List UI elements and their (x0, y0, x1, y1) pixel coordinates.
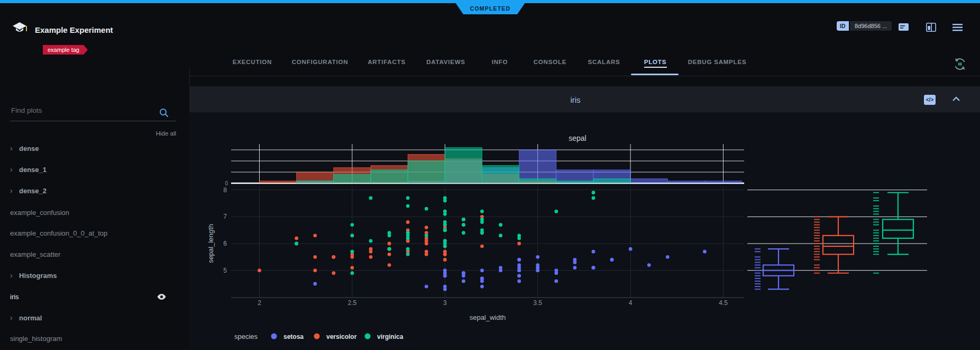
svg-text:3: 3 (443, 299, 447, 307)
svg-text:virginica: virginica (377, 333, 404, 340)
svg-text:5: 5 (223, 267, 227, 274)
svg-text:0: 0 (225, 181, 228, 186)
svg-text:sepal: sepal (569, 134, 586, 142)
iris-sepal-figure[interactable]: 22.533.544.556780sepalsepal_widthsepal_l… (0, 0, 980, 350)
svg-text:3.5: 3.5 (533, 299, 542, 307)
svg-text:2.5: 2.5 (348, 299, 357, 307)
svg-text:4.5: 4.5 (719, 299, 728, 307)
svg-text:6: 6 (223, 240, 227, 247)
svg-text:8: 8 (223, 186, 227, 194)
experiment-page: COMPLETED Example Experiment example tag… (0, 0, 980, 350)
svg-text:sepal_length: sepal_length (207, 224, 215, 263)
svg-text:sepal_width: sepal_width (470, 313, 506, 321)
svg-text:versicolor: versicolor (326, 333, 357, 340)
svg-text:setosa: setosa (283, 333, 304, 340)
svg-text:4: 4 (629, 299, 633, 307)
svg-text:2: 2 (258, 299, 261, 307)
svg-text:7: 7 (223, 213, 227, 220)
svg-text:species: species (234, 333, 258, 340)
